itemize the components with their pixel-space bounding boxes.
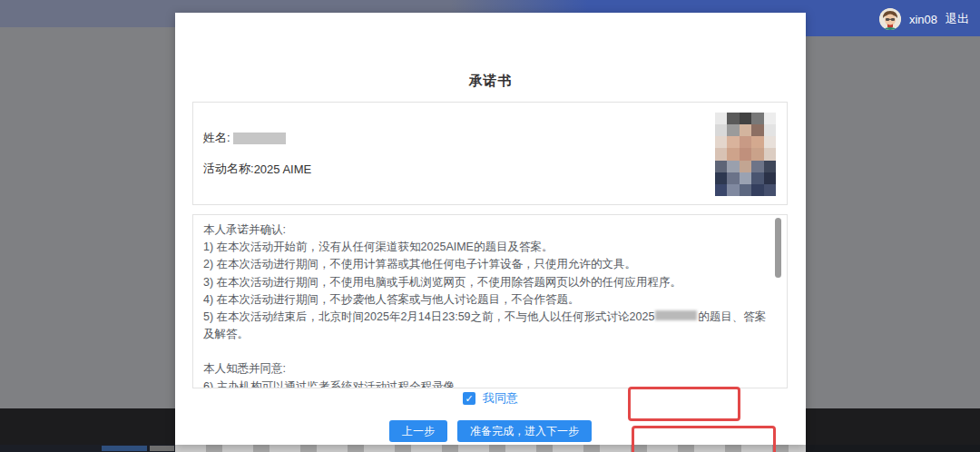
agree-row: ✓ 我同意 <box>175 383 806 414</box>
name-label: 姓名: <box>203 130 230 146</box>
blank-line <box>203 343 770 360</box>
taskbar-segment <box>150 446 174 451</box>
commitment-item: 3) 在本次活动进行期间，不使用电脑或手机浏览网页，不使用除答题网页以外的任何应… <box>203 274 770 291</box>
taskbar-strip <box>0 445 980 452</box>
commitment-intro: 本人承诺并确认: <box>203 221 770 239</box>
previous-step-button[interactable]: 上一步 <box>389 420 447 442</box>
taskbar-segment <box>102 446 147 451</box>
screen: xin08 退出 承诺书 姓名: 活动名称: 2025 AIME 本人承诺并确认… <box>0 0 980 452</box>
header-user-area: xin08 退出 <box>879 7 969 31</box>
activity-row: 活动名称: 2025 AIME <box>203 161 311 177</box>
logout-link[interactable]: 退出 <box>946 11 969 27</box>
commitment-modal: 承诺书 姓名: 活动名称: 2025 AIME 本人承诺并确认: 1) 在本次活… <box>175 13 806 445</box>
participant-info-box: 姓名: 活动名称: 2025 AIME <box>192 102 788 205</box>
agree-checkbox[interactable]: ✓ <box>463 392 475 405</box>
agree-label[interactable]: 我同意 <box>483 390 518 407</box>
commitment-item: 4) 在本次活动进行期间，不抄袭他人答案或与他人讨论题目，不合作答题。 <box>203 291 770 309</box>
taskbar-segment <box>806 445 980 452</box>
commitment-text-area[interactable]: 本人承诺并确认: 1) 在本次活动开始前，没有从任何渠道获知2025AIME的题… <box>192 214 788 388</box>
agree-intro: 本人知悉并同意: <box>203 360 770 378</box>
name-row: 姓名: <box>203 130 286 146</box>
next-step-button[interactable]: 准备完成，进入下一步 <box>457 420 592 442</box>
redacted-competition-name <box>655 310 697 320</box>
username-text: xin08 <box>909 13 937 26</box>
commitment-item: 1) 在本次活动开始前，没有从任何渠道获知2025AIME的题目及答案。 <box>203 239 770 256</box>
pixelated-id-photo <box>715 113 776 196</box>
modal-title: 承诺书 <box>175 73 806 90</box>
commitment-item: 2) 在本次活动进行期间，不使用计算器或其他任何电子计算设备，只使用允许的文具。 <box>203 256 770 273</box>
button-row: 上一步 准备完成，进入下一步 <box>175 420 806 442</box>
activity-label: 活动名称: <box>203 161 254 177</box>
redacted-name-value <box>233 133 286 144</box>
activity-value: 2025 AIME <box>254 162 312 176</box>
taskbar-segment <box>175 445 806 452</box>
scrollbar-thumb[interactable] <box>775 218 781 278</box>
user-avatar[interactable] <box>879 8 901 30</box>
commitment-item-5: 5) 在本次活动结束后，北京时间2025年2月14日23:59之前，不与他人以任… <box>203 309 770 343</box>
